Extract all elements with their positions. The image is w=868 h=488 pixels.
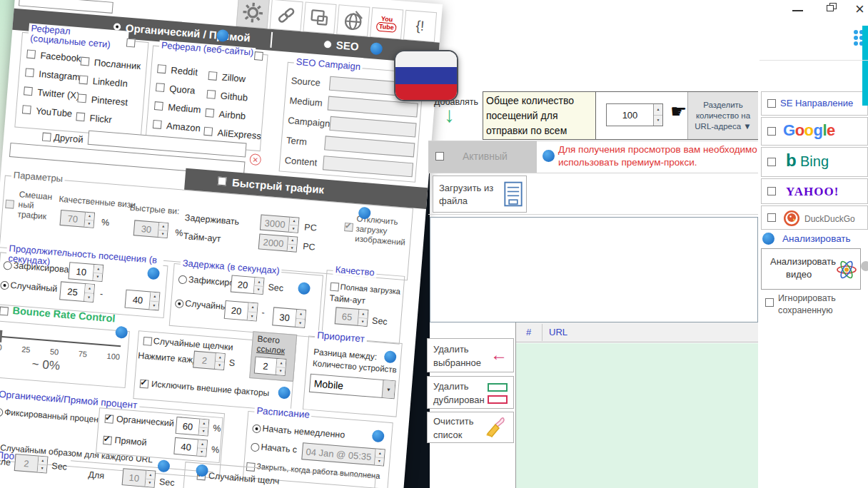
- seo-radio[interactable]: [323, 40, 333, 49]
- other-referral-checkbox[interactable]: [42, 133, 51, 142]
- total-links-spinner[interactable]: 2▲▼: [254, 357, 287, 376]
- spinner-up-button[interactable]: ▲: [654, 104, 662, 116]
- column-header-url[interactable]: URL: [549, 327, 567, 337]
- content-input[interactable]: [323, 156, 413, 177]
- spinner-down-button[interactable]: ▼: [276, 367, 286, 375]
- tab-youtube[interactable]: You Tube: [370, 7, 403, 39]
- scroll-thumb-dot[interactable]: [861, 261, 868, 271]
- click-every-spinner[interactable]: 2▲▼: [193, 351, 226, 370]
- checkbox[interactable]: [157, 64, 166, 73]
- spinner-up-button[interactable]: ▲: [85, 284, 94, 293]
- active-help-icon[interactable]: [542, 150, 555, 162]
- checkbox-item-amazon[interactable]: Amazon: [152, 115, 201, 137]
- checkbox[interactable]: [156, 83, 165, 92]
- duration-max-spinner[interactable]: 40▲▼: [125, 290, 161, 311]
- checkbox[interactable]: [76, 112, 85, 121]
- active-checkbox[interactable]: [435, 152, 444, 161]
- spinner-down-button[interactable]: ▼: [84, 293, 94, 302]
- duration-fixed-spinner[interactable]: 10▲▼: [68, 262, 104, 282]
- checkbox-item-youtube[interactable]: YouTube: [21, 100, 79, 123]
- checkbox[interactable]: [205, 108, 214, 118]
- column-header-num[interactable]: #: [526, 327, 531, 337]
- random-clicks-checkbox[interactable]: [143, 337, 152, 346]
- spinner-down-button[interactable]: ▼: [248, 312, 257, 320]
- spinner-up-button[interactable]: ▲: [216, 353, 225, 362]
- spinner-down-button[interactable]: ▼: [296, 318, 305, 327]
- russia-flag-icon[interactable]: [394, 50, 458, 101]
- bounce-rate-checkbox[interactable]: [0, 307, 9, 316]
- checkbox[interactable]: [24, 86, 33, 96]
- spinner-down-button[interactable]: ▼: [654, 116, 662, 126]
- checkbox[interactable]: [203, 127, 213, 136]
- spinner-down-button[interactable]: ▼: [289, 225, 298, 232]
- restore-button[interactable]: [827, 3, 838, 13]
- minimize-button[interactable]: [792, 10, 803, 11]
- delete-duplicates-button[interactable]: Удалить дублирован: [427, 376, 514, 409]
- checkbox-item-flickr[interactable]: Flickr: [76, 107, 137, 131]
- spinner-down-button[interactable]: ▼: [375, 457, 384, 465]
- spinner-up-button[interactable]: ▲: [39, 457, 48, 465]
- checkbox[interactable]: [77, 93, 86, 103]
- scroll-after-spinner[interactable]: 2▲▼: [14, 454, 49, 474]
- checkbox[interactable]: [81, 57, 90, 66]
- delay-min-spinner[interactable]: 20▲▼: [224, 300, 258, 322]
- tab-devices[interactable]: [303, 2, 336, 34]
- organic-checkbox[interactable]: [104, 415, 113, 424]
- full-load-checkbox[interactable]: [330, 283, 339, 292]
- spinner-down-button[interactable]: ▼: [84, 220, 94, 227]
- ignore-saved-checkbox[interactable]: [765, 298, 774, 307]
- device-select[interactable]: Mobile ▼: [309, 374, 396, 400]
- referral-web-group-checkbox[interactable]: [254, 51, 263, 61]
- spinner-down-button[interactable]: ▼: [197, 448, 206, 456]
- active-button[interactable]: Активный: [428, 141, 537, 173]
- checkbox[interactable]: [79, 75, 88, 84]
- column-divider[interactable]: [542, 324, 542, 341]
- direct-pct-spinner[interactable]: 40▲▼: [173, 437, 208, 457]
- close-button[interactable]: ×: [855, 0, 864, 19]
- exclude-external-checkbox[interactable]: [140, 380, 149, 389]
- quality-timeout-spinner[interactable]: 65▲▼: [335, 307, 369, 327]
- split-count-button[interactable]: Разделить количество на URL-адреса ▼: [687, 92, 758, 139]
- timeout-spinner[interactable]: 2000▲▼: [258, 233, 298, 252]
- url-table-body[interactable]: [516, 343, 758, 488]
- tab-web[interactable]: [336, 4, 370, 36]
- spinner-up-button[interactable]: ▲: [199, 420, 208, 428]
- direct-checkbox[interactable]: [103, 436, 112, 445]
- spinner-down-button[interactable]: ▼: [149, 301, 158, 310]
- checkbox[interactable]: [22, 105, 31, 114]
- spinner-up-button[interactable]: ▲: [248, 303, 258, 312]
- spinner-up-button[interactable]: ▲: [358, 310, 368, 318]
- chevron-down-icon[interactable]: ▼: [382, 380, 395, 398]
- clear-list-button[interactable]: Очистить список: [427, 412, 514, 443]
- spinner-down-button[interactable]: ▼: [358, 317, 368, 325]
- quality-visits-spinner[interactable]: 70▲▼: [59, 210, 95, 228]
- spinner-down-button[interactable]: ▼: [254, 286, 263, 294]
- scroll-for-spinner[interactable]: 10▲▼: [122, 468, 156, 488]
- spinner-down-button[interactable]: ▼: [199, 427, 208, 435]
- spinner-up-button[interactable]: ▲: [255, 278, 264, 286]
- spinner-up-button[interactable]: ▲: [146, 471, 155, 479]
- spinner-down-button[interactable]: ▼: [215, 362, 224, 370]
- total-visits-spinner[interactable]: 100▲▼: [606, 103, 663, 126]
- spinner-up-button[interactable]: ▲: [277, 359, 286, 367]
- url-input-listbox[interactable]: [430, 217, 758, 322]
- spinner-down-button[interactable]: ▼: [93, 273, 102, 280]
- spinner-up-button[interactable]: ▲: [296, 310, 306, 319]
- clear-url-icon[interactable]: ✕: [249, 153, 261, 166]
- fast-visits-spinner[interactable]: 30▲▼: [133, 220, 169, 238]
- delay-fixed-spinner[interactable]: 20▲▼: [231, 275, 265, 295]
- analyze-help-icon[interactable]: [762, 233, 774, 245]
- delay-max-spinner[interactable]: 30▲▼: [272, 307, 306, 328]
- spinner-down-button[interactable]: ▼: [288, 244, 297, 251]
- spinner-down-button[interactable]: ▼: [158, 230, 168, 238]
- checkbox[interactable]: [208, 71, 218, 81]
- delay-spinner[interactable]: 3000▲▼: [260, 215, 300, 233]
- spinner-up-button[interactable]: ▲: [375, 449, 385, 457]
- checkbox[interactable]: [153, 120, 162, 129]
- delete-selected-button[interactable]: Удалить выбранное ←: [427, 338, 514, 372]
- referral-social-group-checkbox[interactable]: [126, 39, 136, 48]
- disable-images-checkbox[interactable]: [344, 223, 353, 232]
- tab-settings[interactable]: [236, 0, 270, 29]
- spinner-down-button[interactable]: ▼: [146, 479, 155, 487]
- duration-min-spinner[interactable]: 25▲▼: [59, 281, 95, 303]
